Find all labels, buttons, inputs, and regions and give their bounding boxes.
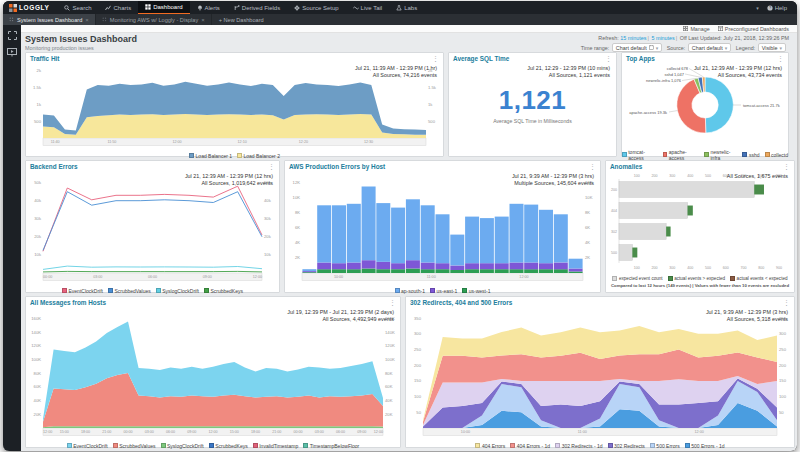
panel-average-sql-time: Average SQL Time⋮ Jul 21, 12:29 - 12:39 … [448, 52, 617, 157]
traffic-hit-chart[interactable]: 5005001k1k1.5k1.5k2k2k11:4011:5012:0012:… [26, 64, 443, 147]
backend-errors-chart[interactable]: 10k10k20k20k30k30k40k40k50k50k00:0003:00… [26, 172, 279, 282]
anomalies-footnote: Compared to last 12 hours (149 events) |… [606, 283, 794, 289]
legend-swatch [430, 288, 435, 293]
svg-text:250: 250 [414, 347, 422, 352]
svg-text:500: 500 [611, 251, 617, 255]
svg-text:300: 300 [414, 331, 422, 336]
tab-system-issues-dashboard[interactable]: System Issues Dashboard × [3, 14, 96, 25]
legend-item[interactable]: Load Balancer 1 [189, 153, 232, 159]
tab-close-icon[interactable]: × [85, 17, 89, 23]
panel-title[interactable]: Traffic Hit [30, 55, 59, 62]
legend-item[interactable]: EventClockDrift [62, 288, 103, 294]
chart-legend: tomcat-accessapache-accessnewrelic-infra… [622, 150, 788, 159]
anomalies-chart[interactable]: 1001002002003003004004005005006006007007… [606, 172, 794, 270]
panel-title[interactable]: Top Apps [626, 55, 655, 62]
top-apps-donut-chart[interactable]: tomcat-access 21.7kapache-access 19.3kne… [622, 64, 788, 146]
chart-legend: 404 Errors404 Errors - 1d302 Redirects -… [406, 441, 794, 450]
kebab-menu-icon[interactable]: ⋮ [389, 299, 396, 306]
svg-text:20k: 20k [264, 234, 272, 239]
refresh-off-link[interactable]: Off [680, 35, 687, 41]
legend-item[interactable]: actual events > expected [668, 276, 725, 281]
aws-errors-bar-chart[interactable]: 2K2K4K4K6K6K8K8K10K10K12K12K10:0011:0012… [285, 172, 600, 282]
nav-item-live-tail[interactable]: Live Tail [346, 1, 390, 14]
last-updated-text: Last Updated: July 21, 2018, 12:39:26 PM [688, 35, 789, 41]
legend-item[interactable]: tomcat-access [622, 149, 658, 161]
presentation-icon[interactable] [7, 48, 17, 57]
legend-item[interactable]: newrelic-infra [704, 149, 737, 161]
kebab-menu-icon[interactable]: ⋮ [605, 55, 612, 62]
legend-item[interactable]: EventClockDrift [67, 443, 108, 449]
legend-item[interactable]: 500 Errors - 1d [685, 443, 725, 449]
legend-item[interactable]: 404 Errors [475, 443, 505, 449]
source-select[interactable]: Chart default ▾ [688, 43, 731, 52]
legend-item[interactable]: ap-south-1 [395, 288, 425, 294]
kebab-menu-icon[interactable]: ⋮ [432, 55, 439, 62]
legend-item[interactable]: ScrubbedKeys [209, 443, 248, 449]
kebab-menu-icon[interactable]: ⋮ [777, 55, 784, 62]
single-value-display: 1,121 Average SQL Time in Milliseconds [449, 85, 616, 124]
svg-text:100: 100 [634, 174, 640, 178]
all-messages-chart[interactable]: 20K20K40K40K60K60K80K80K100K100K120K120K… [26, 308, 400, 437]
branch-icon [234, 5, 240, 11]
panel-title[interactable]: Average SQL Time [453, 55, 509, 62]
legend-label: 302 Redirects [614, 443, 645, 449]
svg-text:1k: 1k [428, 102, 433, 107]
legend-item[interactable]: ScrubbedValues [108, 288, 151, 294]
panel-title[interactable]: All Messages from Hosts [30, 299, 106, 306]
legend-item[interactable]: us-west-1 [462, 288, 490, 294]
legend-item[interactable]: actual events < expected [730, 276, 787, 281]
legend-item[interactable]: apache-access [663, 149, 700, 161]
nav-item-alerts[interactable]: Alerts [190, 1, 227, 14]
tab-close-icon[interactable]: × [201, 17, 205, 23]
nav-item-charts[interactable]: Charts [98, 1, 138, 14]
user-menu-caret[interactable]: ▾ [756, 5, 759, 11]
refresh-15-link[interactable]: 15 minutes [620, 35, 646, 41]
new-dashboard-tab[interactable]: + New Dashboard [212, 14, 271, 25]
svg-text:10k: 10k [34, 252, 42, 257]
legend-swatch [730, 276, 735, 281]
kebab-menu-icon[interactable]: ⋮ [783, 299, 790, 306]
kebab-menu-icon[interactable]: ⋮ [783, 163, 790, 170]
legend-item[interactable]: 302 Redirects - 1d [555, 443, 602, 449]
tab-monitoring-aws[interactable]: Monitoring AWS w/ Loggly - Display × [96, 14, 212, 25]
legend-item[interactable]: collectd [765, 152, 788, 158]
help-button[interactable]: ? Help [765, 5, 789, 11]
manage-button[interactable]: Manage [683, 26, 709, 32]
legend-item[interactable]: 500 Errors [650, 443, 680, 449]
legend-item[interactable]: sshd [742, 152, 759, 158]
legend-item[interactable]: SyslogClockDrift [156, 288, 199, 294]
svg-text:10K: 10K [585, 195, 593, 200]
svg-text:200: 200 [414, 363, 422, 368]
kebab-menu-icon[interactable]: ⋮ [268, 163, 275, 170]
panel-title[interactable]: AWS Production Errors by Host [289, 163, 385, 170]
refresh-5-link[interactable]: 5 minutes [651, 35, 674, 41]
legend-item[interactable]: Load Balancer 2 [237, 153, 280, 159]
panel-title[interactable]: Backend Errors [30, 163, 78, 170]
legend-label: sshd [749, 152, 760, 158]
kebab-menu-icon[interactable]: ⋮ [589, 163, 596, 170]
fullscreen-icon[interactable] [8, 31, 17, 40]
nav-item-source-setup[interactable]: Source Setup [287, 1, 345, 14]
legend-item[interactable]: 302 Redirects [608, 443, 645, 449]
nav-item-search[interactable]: Search [57, 1, 98, 14]
legend-item[interactable]: expected event count [612, 276, 662, 281]
redirects-errors-chart[interactable]: 5050100100150150200200250250300300350350… [406, 308, 794, 437]
legend-item[interactable]: 404 Errors - 1d [510, 443, 550, 449]
legend-item[interactable]: InvalidTimestamp [253, 443, 299, 449]
legend-item[interactable]: SyslogClockDrift [161, 443, 204, 449]
legend-item[interactable]: ScrubbedKeys [204, 288, 243, 294]
panel-title[interactable]: Anomalies [610, 163, 642, 170]
legend-item[interactable]: TimestampBelowFloor [303, 443, 359, 449]
svg-text:2k: 2k [428, 68, 433, 73]
nav-item-labs[interactable]: Labs [389, 1, 424, 14]
panel-title[interactable]: 302 Redirects, 404 and 500 Errors [410, 299, 512, 306]
loggly-logo[interactable]: LOGGLY [3, 1, 57, 14]
legend-select[interactable]: Visible ▾ [758, 43, 786, 52]
preconfigured-dashboards-button[interactable]: Preconfigured Dashboards [718, 26, 789, 32]
nav-item-dashboard[interactable]: Dashboard [138, 1, 189, 14]
nav-item-derived-fields[interactable]: Derived Fields [227, 1, 287, 14]
time-range-select[interactable]: Chart default ▾ [612, 43, 662, 52]
legend-item[interactable]: us-east-1 [430, 288, 457, 294]
legend-item[interactable]: ScrubbedValues [113, 443, 156, 449]
wave-icon [353, 5, 359, 11]
